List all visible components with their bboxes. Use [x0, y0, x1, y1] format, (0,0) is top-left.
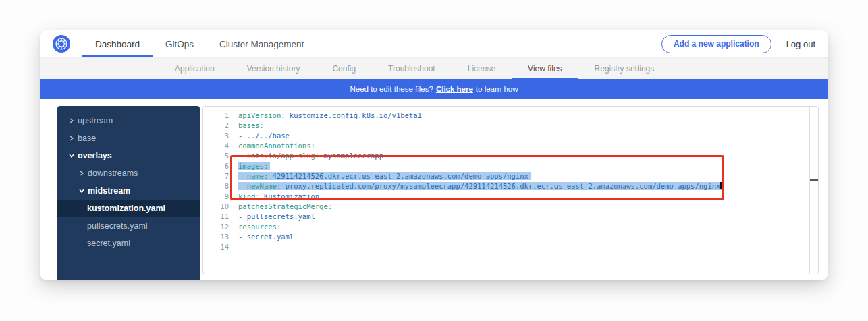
edit-files-banner: Need to edit these files? Click here to … [40, 79, 828, 99]
subnav-tab-license[interactable]: License [452, 58, 512, 79]
code-line: 11- pullsecrets.yaml [203, 212, 818, 222]
admin-console-window: DashboardGitOpsCluster Management Add a … [40, 30, 828, 280]
tree-item-label: kustomization.yaml [87, 204, 165, 213]
tree-item-kustomization-yaml[interactable]: kustomization.yaml [57, 200, 200, 217]
code-line: 9kind: Kustomization [203, 192, 818, 202]
subnav-tab-registry-settings[interactable]: Registry settings [578, 58, 671, 79]
nav-tab-cluster-management[interactable]: Cluster Management [207, 30, 317, 57]
tree-item-overlays[interactable]: overlays [57, 147, 200, 165]
code-line: 10patchesStrategicMerge: [203, 202, 818, 212]
line-number: 1 [203, 111, 229, 121]
kubernetes-logo-icon [53, 30, 70, 57]
subnav-tab-config[interactable]: Config [316, 58, 372, 79]
line-content: kind: Kustomization [238, 192, 319, 202]
top-navigation: DashboardGitOpsCluster Management Add a … [40, 30, 828, 57]
tree-item-label: base [78, 134, 96, 143]
selected-text: newName: proxy.replicated.com/proxy/mysa… [238, 182, 724, 190]
line-number: 3 [203, 131, 229, 141]
text-cursor [720, 182, 722, 189]
subnav-tab-troubleshoot[interactable]: Troubleshoot [372, 58, 452, 79]
chevron-right-icon [77, 171, 86, 176]
line-number: 7 [203, 171, 229, 181]
line-number: 2 [203, 121, 229, 131]
view-files-content: upstreambaseoverlaysdownstreamsmidstream… [40, 99, 828, 280]
tree-item-downstreams[interactable]: downstreams [57, 165, 200, 182]
line-content: patchesStrategicMerge: [238, 202, 332, 212]
line-number: 6 [203, 161, 229, 171]
code-line: 4commonAnnotations: [203, 141, 818, 151]
line-number: 11 [203, 212, 229, 222]
line-content: - ../../base [238, 131, 290, 141]
line-content: - pullsecrets.yaml [238, 212, 315, 222]
line-number: 12 [203, 222, 229, 232]
tree-item-midstream[interactable]: midstream [57, 182, 200, 200]
line-number: 13 [203, 232, 229, 242]
line-content: - secret.yaml [238, 232, 294, 242]
tree-item-label: pullsecrets.yaml [87, 221, 148, 231]
tree-item-label: secret.yaml [87, 239, 130, 248]
tree-item-base[interactable]: base [57, 129, 200, 147]
line-number: 4 [203, 141, 229, 151]
topnav-right: Add a new application Log out [661, 30, 815, 57]
line-content: images: [238, 161, 270, 171]
subnav-tab-application[interactable]: Application [159, 58, 231, 79]
application-sub-nav: ApplicationVersion historyConfigTroubles… [40, 57, 828, 79]
code-lines: 1apiVersion: kustomize.config.k8s.io/v1b… [203, 107, 818, 252]
tree-item-label: upstream [78, 116, 113, 125]
code-line: 7- name: 429114214526.dkr.ecr.us-east-2.… [203, 171, 818, 181]
code-editor[interactable]: 1apiVersion: kustomize.config.k8s.io/v1b… [202, 106, 819, 274]
logout-link[interactable]: Log out [786, 39, 815, 49]
tree-item-upstream[interactable]: upstream [57, 112, 200, 129]
chevron-down-icon [67, 153, 76, 158]
code-line: 14 [203, 242, 818, 252]
subnav-tab-version-history[interactable]: Version history [231, 58, 317, 79]
tree-item-label: downstreams [88, 169, 138, 178]
line-number: 10 [203, 202, 229, 212]
code-line: 13- secret.yaml [203, 232, 818, 242]
line-content: apiVersion: kustomize.config.k8s.io/v1be… [238, 111, 422, 121]
nav-tab-dashboard[interactable]: Dashboard [82, 30, 153, 57]
code-line: 8 newName: proxy.replicated.com/proxy/my… [203, 181, 818, 192]
selected-text: images: [238, 162, 270, 170]
tree-item-secret-yaml[interactable]: secret.yaml [57, 235, 200, 252]
tree-item-label: midstream [88, 186, 130, 196]
banner-click-here-link[interactable]: Click here [436, 85, 473, 93]
banner-text-before: Need to edit these files? [350, 85, 433, 93]
scrollbar-position-mark [810, 179, 818, 181]
line-number: 14 [203, 242, 229, 252]
subnav-tab-view-files[interactable]: View files [512, 58, 578, 79]
editor-scrollbar[interactable] [809, 107, 818, 274]
chevron-right-icon [67, 136, 76, 141]
line-content: bases: [238, 121, 264, 131]
code-line: 12resources: [203, 222, 818, 232]
line-number: 8 [203, 181, 229, 192]
line-content: commonAnnotations: [238, 141, 315, 151]
add-new-application-button[interactable]: Add a new application [661, 35, 771, 53]
chevron-right-icon [67, 118, 76, 123]
code-line: 5 kots.io/app-slug: mysampleecrapp [203, 151, 818, 161]
file-tree-sidebar: upstreambaseoverlaysdownstreamsmidstream… [57, 106, 200, 280]
nav-tab-gitops[interactable]: GitOps [153, 30, 207, 57]
banner-text-after: to learn how [476, 85, 518, 93]
main-nav-tabs: DashboardGitOpsCluster Management [82, 30, 317, 57]
code-line: 2bases: [203, 121, 818, 131]
tree-item-label: overlays [78, 151, 112, 160]
tree-item-pullsecrets-yaml[interactable]: pullsecrets.yaml [57, 217, 200, 235]
line-content: kots.io/app-slug: mysampleecrapp [238, 151, 383, 161]
code-line: 6images: [203, 161, 818, 171]
line-number: 9 [203, 192, 229, 202]
line-number: 5 [203, 151, 229, 161]
code-line: 1apiVersion: kustomize.config.k8s.io/v1b… [203, 111, 818, 121]
chevron-down-icon [77, 188, 86, 194]
selected-text: - name: 429114214526.dkr.ecr.us-east-2.a… [238, 172, 531, 180]
line-content: - name: 429114214526.dkr.ecr.us-east-2.a… [238, 171, 531, 181]
line-content: resources: [238, 222, 281, 232]
code-line: 3- ../../base [203, 131, 818, 141]
line-content: newName: proxy.replicated.com/proxy/mysa… [238, 181, 724, 192]
